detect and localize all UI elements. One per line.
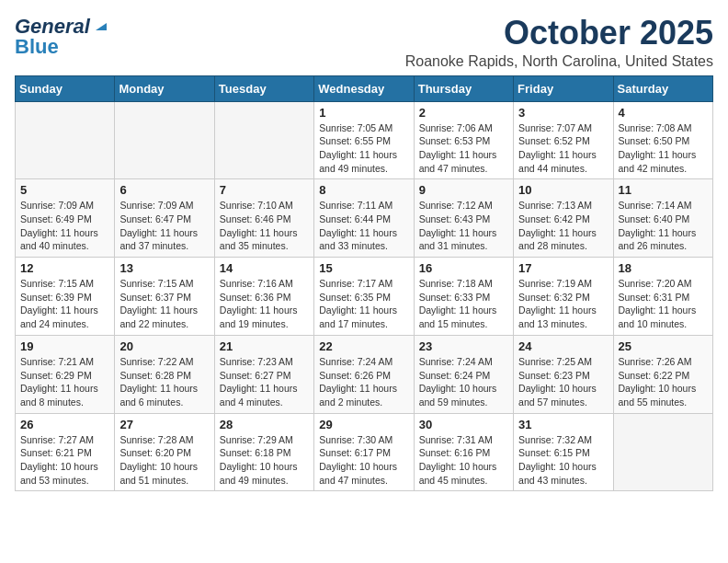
table-row: 12Sunrise: 7:15 AMSunset: 6:39 PMDayligh… — [16, 258, 115, 336]
calendar-week-row: 19Sunrise: 7:21 AMSunset: 6:29 PMDayligh… — [16, 335, 713, 413]
day-info: Sunrise: 7:26 AMSunset: 6:22 PMDaylight:… — [619, 355, 708, 409]
day-number: 3 — [518, 106, 608, 120]
table-row: 24Sunrise: 7:25 AMSunset: 6:23 PMDayligh… — [514, 335, 613, 413]
table-row: 16Sunrise: 7:18 AMSunset: 6:33 PMDayligh… — [414, 258, 513, 336]
day-number: 14 — [220, 261, 309, 275]
day-number: 21 — [220, 339, 309, 353]
day-info: Sunrise: 7:14 AMSunset: 6:40 PMDaylight:… — [619, 199, 708, 253]
header-thursday: Thursday — [414, 75, 513, 101]
table-row: 2Sunrise: 7:06 AMSunset: 6:53 PMDaylight… — [414, 101, 513, 179]
day-number: 18 — [619, 261, 708, 275]
table-row: 6Sunrise: 7:09 AMSunset: 6:47 PMDaylight… — [115, 179, 214, 258]
table-row: 5Sunrise: 7:09 AMSunset: 6:49 PMDaylight… — [16, 179, 115, 258]
table-row: 11Sunrise: 7:14 AMSunset: 6:40 PMDayligh… — [613, 179, 712, 258]
logo: General Blue — [15, 15, 110, 59]
calendar-week-row: 26Sunrise: 7:27 AMSunset: 6:21 PMDayligh… — [16, 413, 713, 491]
calendar-week-row: 12Sunrise: 7:15 AMSunset: 6:39 PMDayligh… — [16, 258, 713, 336]
day-number: 1 — [319, 106, 408, 120]
day-number: 24 — [518, 339, 608, 353]
day-number: 29 — [319, 418, 408, 431]
day-number: 16 — [419, 261, 508, 275]
day-info: Sunrise: 7:05 AMSunset: 6:55 PMDaylight:… — [319, 121, 408, 176]
day-number: 28 — [220, 418, 309, 431]
header-tuesday: Tuesday — [214, 75, 313, 101]
day-info: Sunrise: 7:10 AMSunset: 6:46 PMDaylight:… — [220, 199, 309, 253]
table-row: 28Sunrise: 7:29 AMSunset: 6:18 PMDayligh… — [214, 413, 313, 491]
day-info: Sunrise: 7:30 AMSunset: 6:17 PMDaylight:… — [319, 433, 408, 488]
calendar-week-row: 1Sunrise: 7:05 AMSunset: 6:55 PMDaylight… — [16, 101, 713, 179]
table-row — [613, 413, 712, 491]
table-row: 9Sunrise: 7:12 AMSunset: 6:43 PMDaylight… — [414, 179, 513, 258]
day-info: Sunrise: 7:07 AMSunset: 6:52 PMDaylight:… — [518, 121, 608, 176]
header-wednesday: Wednesday — [314, 75, 414, 101]
day-number: 8 — [319, 183, 408, 197]
day-info: Sunrise: 7:09 AMSunset: 6:47 PMDaylight:… — [119, 199, 209, 253]
table-row: 10Sunrise: 7:13 AMSunset: 6:42 PMDayligh… — [514, 179, 613, 258]
day-info: Sunrise: 7:15 AMSunset: 6:39 PMDaylight:… — [20, 277, 109, 331]
table-row: 31Sunrise: 7:32 AMSunset: 6:15 PMDayligh… — [514, 413, 613, 491]
day-info: Sunrise: 7:18 AMSunset: 6:33 PMDaylight:… — [419, 277, 508, 331]
table-row: 7Sunrise: 7:10 AMSunset: 6:46 PMDaylight… — [214, 179, 313, 258]
table-row: 25Sunrise: 7:26 AMSunset: 6:22 PMDayligh… — [613, 335, 712, 413]
day-info: Sunrise: 7:24 AMSunset: 6:24 PMDaylight:… — [419, 355, 508, 409]
day-info: Sunrise: 7:24 AMSunset: 6:26 PMDaylight:… — [319, 355, 408, 409]
day-number: 9 — [419, 183, 508, 197]
day-number: 5 — [20, 183, 109, 197]
table-row: 3Sunrise: 7:07 AMSunset: 6:52 PMDaylight… — [514, 101, 613, 179]
day-number: 6 — [119, 183, 209, 197]
day-number: 19 — [20, 339, 109, 353]
svg-marker-0 — [96, 23, 107, 30]
header-sunday: Sunday — [16, 75, 115, 101]
table-row: 21Sunrise: 7:23 AMSunset: 6:27 PMDayligh… — [214, 335, 313, 413]
table-row: 1Sunrise: 7:05 AMSunset: 6:55 PMDaylight… — [314, 101, 414, 179]
day-number: 26 — [20, 418, 109, 431]
table-row: 8Sunrise: 7:11 AMSunset: 6:44 PMDaylight… — [314, 179, 414, 258]
day-info: Sunrise: 7:19 AMSunset: 6:32 PMDaylight:… — [518, 277, 608, 331]
header-friday: Friday — [514, 75, 613, 101]
page-header: General Blue October 2025 Roanoke Rapids… — [15, 15, 713, 70]
day-info: Sunrise: 7:16 AMSunset: 6:36 PMDaylight:… — [220, 277, 309, 331]
day-info: Sunrise: 7:29 AMSunset: 6:18 PMDaylight:… — [220, 433, 309, 488]
day-info: Sunrise: 7:25 AMSunset: 6:23 PMDaylight:… — [518, 355, 608, 409]
day-number: 10 — [518, 183, 608, 197]
table-row: 29Sunrise: 7:30 AMSunset: 6:17 PMDayligh… — [314, 413, 414, 491]
day-info: Sunrise: 7:21 AMSunset: 6:29 PMDaylight:… — [20, 355, 109, 409]
day-info: Sunrise: 7:12 AMSunset: 6:43 PMDaylight:… — [419, 199, 508, 253]
day-info: Sunrise: 7:13 AMSunset: 6:42 PMDaylight:… — [518, 199, 608, 253]
day-number: 30 — [419, 418, 508, 431]
month-title: October 2025 — [405, 15, 713, 52]
logo-blue-text: Blue — [15, 35, 59, 59]
table-row: 30Sunrise: 7:31 AMSunset: 6:16 PMDayligh… — [414, 413, 513, 491]
day-number: 11 — [619, 183, 708, 197]
table-row: 27Sunrise: 7:28 AMSunset: 6:20 PMDayligh… — [115, 413, 214, 491]
header-saturday: Saturday — [613, 75, 712, 101]
day-info: Sunrise: 7:06 AMSunset: 6:53 PMDaylight:… — [419, 121, 508, 176]
title-section: October 2025 Roanoke Rapids, North Carol… — [405, 15, 713, 70]
day-number: 23 — [419, 339, 508, 353]
day-number: 2 — [419, 106, 508, 120]
day-number: 20 — [119, 339, 209, 353]
table-row: 4Sunrise: 7:08 AMSunset: 6:50 PMDaylight… — [613, 101, 712, 179]
day-info: Sunrise: 7:28 AMSunset: 6:20 PMDaylight:… — [119, 433, 209, 488]
table-row: 15Sunrise: 7:17 AMSunset: 6:35 PMDayligh… — [314, 258, 414, 336]
day-number: 13 — [119, 261, 209, 275]
table-row — [214, 101, 313, 179]
day-number: 12 — [20, 261, 109, 275]
day-number: 7 — [220, 183, 309, 197]
table-row: 19Sunrise: 7:21 AMSunset: 6:29 PMDayligh… — [16, 335, 115, 413]
table-row: 22Sunrise: 7:24 AMSunset: 6:26 PMDayligh… — [314, 335, 414, 413]
day-info: Sunrise: 7:11 AMSunset: 6:44 PMDaylight:… — [319, 199, 408, 253]
table-row: 20Sunrise: 7:22 AMSunset: 6:28 PMDayligh… — [115, 335, 214, 413]
day-number: 25 — [619, 339, 708, 353]
day-info: Sunrise: 7:31 AMSunset: 6:16 PMDaylight:… — [419, 433, 508, 488]
table-row: 17Sunrise: 7:19 AMSunset: 6:32 PMDayligh… — [514, 258, 613, 336]
day-number: 17 — [518, 261, 608, 275]
table-row: 18Sunrise: 7:20 AMSunset: 6:31 PMDayligh… — [613, 258, 712, 336]
table-row: 26Sunrise: 7:27 AMSunset: 6:21 PMDayligh… — [16, 413, 115, 491]
calendar-header-row: Sunday Monday Tuesday Wednesday Thursday… — [16, 75, 713, 101]
logo-arrow-icon — [92, 16, 110, 34]
day-info: Sunrise: 7:09 AMSunset: 6:49 PMDaylight:… — [20, 199, 109, 253]
day-number: 22 — [319, 339, 408, 353]
day-info: Sunrise: 7:32 AMSunset: 6:15 PMDaylight:… — [518, 433, 608, 488]
table-row: 14Sunrise: 7:16 AMSunset: 6:36 PMDayligh… — [214, 258, 313, 336]
